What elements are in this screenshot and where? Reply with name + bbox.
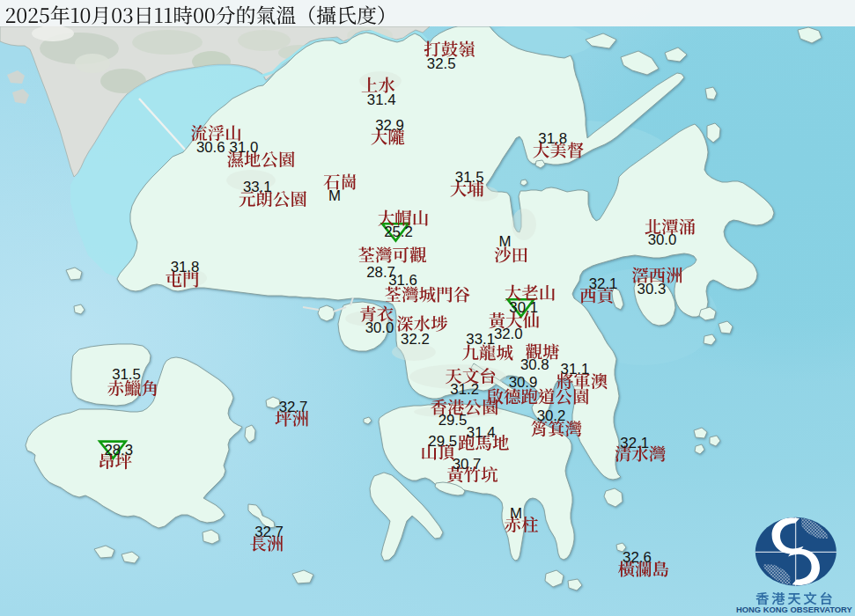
svg-text:HONG KONG OBSERVATORY: HONG KONG OBSERVATORY (736, 605, 853, 614)
svg-text:32.1: 32.1 (620, 435, 649, 451)
svg-text:32.5: 32.5 (427, 55, 456, 72)
svg-text:31.5: 31.5 (112, 366, 141, 383)
svg-text:28.3: 28.3 (104, 442, 133, 458)
svg-text:30.7: 30.7 (453, 456, 482, 473)
svg-text:31.2: 31.2 (450, 381, 479, 398)
svg-text:29.5: 29.5 (428, 433, 457, 450)
svg-text:32.1: 32.1 (589, 275, 618, 292)
svg-text:M: M (328, 187, 341, 204)
svg-text:31.4: 31.4 (467, 424, 496, 441)
svg-text:32.7: 32.7 (254, 524, 284, 540)
svg-text:33.1: 33.1 (243, 179, 272, 195)
svg-text:31.6: 31.6 (388, 272, 417, 289)
svg-text:30.0: 30.0 (648, 231, 677, 248)
svg-text:32.7: 32.7 (279, 399, 308, 415)
svg-text:30.6: 30.6 (196, 139, 225, 156)
svg-text:32.0: 32.0 (494, 326, 523, 342)
svg-text:31.8: 31.8 (171, 259, 200, 275)
svg-text:33.1: 33.1 (466, 331, 495, 348)
svg-text:32.6: 32.6 (623, 549, 652, 566)
svg-text:31.8: 31.8 (538, 130, 567, 147)
svg-text:30.0: 30.0 (365, 319, 394, 336)
svg-text:30.3: 30.3 (638, 281, 667, 297)
svg-text:31.0: 31.0 (230, 139, 259, 156)
svg-text:29.5: 29.5 (439, 412, 468, 429)
svg-text:30.9: 30.9 (509, 374, 538, 391)
svg-text:32.9: 32.9 (375, 117, 404, 134)
svg-text:30.2: 30.2 (537, 407, 566, 424)
svg-text:30.8: 30.8 (520, 356, 549, 373)
svg-text:32.2: 32.2 (401, 331, 430, 348)
svg-text:M: M (499, 233, 512, 250)
svg-text:31.4: 31.4 (367, 92, 396, 108)
svg-text:M: M (510, 505, 522, 522)
svg-text:31.1: 31.1 (561, 361, 590, 378)
svg-text:25.2: 25.2 (384, 224, 413, 240)
svg-text:31.5: 31.5 (455, 169, 484, 186)
